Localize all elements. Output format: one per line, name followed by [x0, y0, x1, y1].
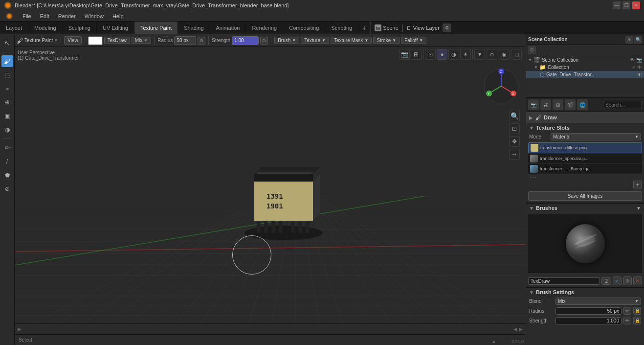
texture-dropdown[interactable]: Texture ▼: [301, 37, 329, 44]
tab-shading[interactable]: Shading: [178, 22, 210, 34]
tool-draw[interactable]: 🖌: [1, 55, 13, 67]
texture-mask-dropdown[interactable]: Texture Mask ▼: [331, 37, 372, 44]
texture-mode-dropdown[interactable]: Material ▼: [551, 133, 641, 140]
tab-rendering[interactable]: Rendering: [246, 22, 283, 34]
outliner-object[interactable]: ⬡ Gate_Drive_Transfor... 👁: [526, 71, 644, 78]
blend-prop-dropdown[interactable]: Mix ▼: [555, 298, 641, 305]
outliner-collection[interactable]: ▼ 📁 Collection ✓ 👁: [526, 64, 644, 71]
save-all-images-button[interactable]: Save All Images: [528, 191, 642, 201]
tab-scripting[interactable]: Scripting: [325, 22, 358, 34]
view-layer-settings[interactable]: ⚙: [443, 23, 451, 32]
viewport-grid-icon[interactable]: ⊞: [411, 49, 422, 60]
viewport-container[interactable]: User Perspective (1) Gate_Drive_Transfor…: [15, 47, 526, 334]
scene-eye[interactable]: 👁: [630, 57, 635, 63]
outliner-scene-collection[interactable]: ▼ 🎬 Scene Collection 👁 📷: [526, 56, 644, 64]
filter-all[interactable]: ⊞: [528, 46, 536, 54]
menu-blender[interactable]: [2, 11, 18, 20]
color-preview[interactable]: [88, 36, 103, 45]
shading-wireframe[interactable]: ⊡: [425, 49, 436, 60]
overlay-options[interactable]: ◉: [499, 49, 510, 60]
orbit-button[interactable]: ✥: [509, 136, 520, 147]
xray-toggle[interactable]: ⬚: [511, 49, 522, 60]
view-button[interactable]: View: [64, 36, 82, 45]
radius-prop-lock[interactable]: 🔒: [633, 307, 641, 315]
pan-button[interactable]: ↔: [509, 149, 520, 160]
shading-rendered[interactable]: ☀: [460, 49, 471, 60]
tab-modeling[interactable]: Modeling: [28, 22, 63, 34]
tab-uv-editing[interactable]: UV Editing: [97, 22, 134, 34]
viewport-options-icon[interactable]: ▾: [474, 49, 485, 60]
tab-texture-paint[interactable]: Texture Paint: [134, 22, 178, 34]
tool-smear[interactable]: ≈: [1, 83, 13, 94]
shading-solid[interactable]: ●: [437, 49, 447, 60]
prop-icon-scene[interactable]: 🎬: [565, 99, 576, 110]
prop-icon-output[interactable]: 🖨: [540, 99, 551, 110]
tool-mask[interactable]: ◑: [1, 124, 13, 136]
outliner-search-icon[interactable]: 🔍: [634, 36, 642, 44]
tool-annotate-polygon[interactable]: ⬟: [1, 169, 13, 181]
zoom-to-fit-button[interactable]: ⊡: [509, 123, 520, 134]
close-button[interactable]: ✕: [632, 1, 640, 9]
radius-input[interactable]: 50 px: [174, 36, 196, 45]
brush-use-fake-user[interactable]: ✓: [613, 276, 622, 285]
view-layer-selector[interactable]: 🗒 View Layer: [406, 25, 440, 31]
menu-file[interactable]: File: [19, 12, 35, 20]
strength-prop-input[interactable]: 1.000: [555, 317, 622, 324]
tab-animation[interactable]: Animation: [210, 22, 246, 34]
tool-soften[interactable]: ◌: [1, 69, 13, 81]
coll-eye[interactable]: 👁: [637, 65, 642, 70]
texture-slot-1[interactable]: transformer_specular.p...: [528, 154, 642, 163]
scene-selector[interactable]: 🎬 Scene: [375, 24, 398, 31]
texture-slot-0[interactable]: transformer_diffuse.png: [528, 142, 642, 153]
menu-help[interactable]: Help: [109, 12, 128, 20]
menu-render[interactable]: Render: [54, 12, 80, 20]
scene-camera[interactable]: 📷: [636, 57, 642, 63]
outliner-filter-icon[interactable]: ▼: [625, 36, 633, 44]
strength-prop-pen[interactable]: ✏: [623, 317, 631, 324]
brush-name-input[interactable]: [528, 277, 600, 285]
stroke-dropdown[interactable]: Stroke ▼: [373, 37, 400, 44]
zoom-in-button[interactable]: 🔍: [509, 111, 520, 121]
menu-edit[interactable]: Edit: [36, 12, 53, 20]
brush-delete[interactable]: ✕: [633, 276, 642, 285]
gizmo-options[interactable]: ⊙: [487, 49, 497, 60]
viewport-gizmo[interactable]: Z X Y: [482, 67, 521, 106]
tab-layout[interactable]: Layout: [0, 22, 28, 34]
brush-settings-header[interactable]: ▼ Brush Settings: [526, 287, 644, 297]
radius-pressure-btn[interactable]: ⊙: [198, 37, 205, 45]
brushes-collapse[interactable]: ▼: [636, 206, 641, 211]
obj-eye[interactable]: 👁: [637, 72, 642, 77]
tool-annotate-erase[interactable]: ⊘: [1, 183, 13, 195]
radius-prop-pen[interactable]: ✏: [623, 307, 631, 315]
shading-material[interactable]: ◑: [448, 49, 459, 60]
mode-dropdown[interactable]: 🖌 Texture Paint ▼: [17, 37, 58, 45]
prop-icon-world[interactable]: 🌐: [577, 99, 588, 110]
properties-search[interactable]: [603, 101, 642, 109]
tab-compositing[interactable]: Compositing: [283, 22, 325, 34]
coll-check[interactable]: ✓: [632, 65, 636, 70]
prop-icon-render[interactable]: 📷: [528, 99, 539, 110]
draw-section-header[interactable]: ▶ 🖌 Draw: [526, 112, 644, 123]
brush-duplicate[interactable]: ⊕: [623, 276, 632, 285]
radius-prop-input[interactable]: 50 px: [555, 307, 622, 315]
brush-name-dropdown[interactable]: TexDraw: [104, 37, 130, 44]
tool-clone[interactable]: ⊕: [1, 96, 13, 108]
add-texture-button[interactable]: +: [633, 181, 642, 189]
strength-prop-lock[interactable]: 🔒: [633, 317, 641, 324]
add-workspace-button[interactable]: +: [358, 22, 370, 34]
maximize-button[interactable]: ❐: [622, 1, 630, 9]
tool-annotate[interactable]: ✏: [1, 142, 13, 154]
texture-slot-2[interactable]: transformer_...l Bump.tga: [528, 164, 642, 174]
tool-annotate-line[interactable]: /: [1, 156, 13, 167]
tab-sculpting[interactable]: Sculpting: [63, 22, 97, 34]
blend-mode-dropdown[interactable]: Mix ▼: [132, 37, 151, 44]
tool-fill[interactable]: ▣: [1, 110, 13, 122]
brushes-header[interactable]: ▼ Brushes ▼: [526, 204, 644, 212]
falloff-dropdown[interactable]: Falloff ▼: [401, 37, 426, 44]
viewport-camera-icon[interactable]: 📷: [399, 49, 410, 60]
menu-window[interactable]: Window: [81, 12, 108, 20]
minimize-button[interactable]: —: [613, 1, 621, 9]
tool-cursor[interactable]: ↖: [1, 37, 13, 49]
strength-input[interactable]: 1.00: [232, 36, 259, 45]
prop-icon-view[interactable]: ⊞: [553, 99, 563, 110]
